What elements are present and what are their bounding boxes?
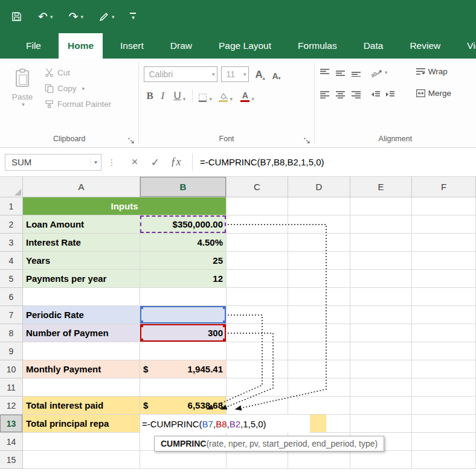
- cell-B2[interactable]: $350,000.00: [140, 215, 227, 234]
- cell-E12[interactable]: [350, 397, 412, 415]
- cell-B15[interactable]: [140, 451, 227, 469]
- column-header-C[interactable]: C: [227, 177, 288, 197]
- name-box-dropdown-icon[interactable]: ▾: [90, 159, 97, 165]
- row-header-5[interactable]: 5: [0, 270, 23, 288]
- enter-button[interactable]: ✓: [145, 156, 166, 169]
- column-header-A[interactable]: A: [23, 177, 140, 197]
- pen-dropdown-icon[interactable]: ▾: [112, 14, 115, 20]
- cell-A11[interactable]: [23, 378, 140, 397]
- cell-A15[interactable]: [23, 451, 140, 469]
- cell-C9[interactable]: [227, 342, 288, 360]
- underline-dropdown-icon[interactable]: ▾: [183, 96, 186, 102]
- cell-D10[interactable]: [288, 360, 350, 378]
- cell-B10[interactable]: $1,945.41: [140, 360, 227, 378]
- align-right-button[interactable]: [350, 88, 363, 101]
- cell-A3[interactable]: Interest Rate: [23, 234, 140, 252]
- cell-E3[interactable]: [350, 234, 412, 252]
- row-header-7[interactable]: 7: [0, 306, 23, 324]
- cell-A2[interactable]: Loan Amount: [23, 215, 140, 234]
- cell-F4[interactable]: [412, 252, 476, 270]
- borders-dropdown-icon[interactable]: ▾: [209, 96, 212, 102]
- cell-F12[interactable]: [412, 397, 476, 415]
- cell-B6[interactable]: [140, 288, 227, 306]
- column-header-D[interactable]: D: [288, 177, 350, 197]
- font-color-dropdown-icon[interactable]: ▾: [251, 96, 254, 102]
- column-header-E[interactable]: E: [350, 177, 412, 197]
- font-color-button[interactable]: A ▾: [240, 88, 254, 103]
- cell-E9[interactable]: [350, 342, 412, 360]
- cell-A13[interactable]: Total principal repa: [23, 415, 140, 433]
- decrease-indent-button[interactable]: [369, 88, 382, 101]
- cell-F13[interactable]: [412, 415, 476, 433]
- cell-A4[interactable]: Years: [23, 252, 140, 270]
- save-button[interactable]: [11, 11, 22, 22]
- cell-A9[interactable]: [23, 342, 140, 360]
- clipboard-dialog-launcher[interactable]: [127, 136, 135, 143]
- cell-E1[interactable]: [350, 197, 412, 215]
- row-header-14[interactable]: 14: [0, 433, 23, 451]
- cell-E4[interactable]: [350, 252, 412, 270]
- cell-F6[interactable]: [412, 288, 476, 306]
- cell-A8[interactable]: Number of Paymen: [23, 324, 140, 342]
- cell-F1[interactable]: [412, 197, 476, 215]
- cell-A1[interactable]: Inputs: [23, 197, 227, 215]
- cell-C11[interactable]: [227, 378, 288, 397]
- fill-color-button[interactable]: ▾: [219, 88, 233, 103]
- row-header-2[interactable]: 2: [0, 215, 23, 234]
- cell-C15[interactable]: [227, 451, 288, 469]
- underline-button[interactable]: U▾: [173, 88, 185, 103]
- cell-C1[interactable]: [227, 197, 288, 215]
- cell-A5[interactable]: Payments per year: [23, 270, 140, 288]
- cell-B3[interactable]: 4.50%: [140, 234, 227, 252]
- grow-font-button[interactable]: A▴: [255, 66, 265, 82]
- row-header-8[interactable]: 8: [0, 324, 23, 342]
- align-left-button[interactable]: [318, 88, 332, 101]
- cell-E13[interactable]: [350, 415, 412, 433]
- cell-F5[interactable]: [412, 270, 476, 288]
- cell-E5[interactable]: [350, 270, 412, 288]
- cell-D12[interactable]: [288, 397, 350, 415]
- cell-E6[interactable]: [350, 288, 412, 306]
- cell-F9[interactable]: [412, 342, 476, 360]
- cell-D7[interactable]: [288, 306, 350, 324]
- tab-file[interactable]: File: [17, 33, 50, 59]
- tab-page-layout[interactable]: Page Layout: [210, 33, 280, 59]
- cell-C2[interactable]: [227, 215, 288, 234]
- format-painter-button[interactable]: Format Painter: [45, 100, 111, 109]
- cell-C5[interactable]: [227, 270, 288, 288]
- row-header-3[interactable]: 3: [0, 234, 23, 252]
- redo-dropdown-icon[interactable]: ▾: [80, 14, 83, 20]
- cell-F3[interactable]: [412, 234, 476, 252]
- italic-button[interactable]: I: [161, 88, 164, 103]
- cell-C8[interactable]: [227, 324, 288, 342]
- cell-E10[interactable]: [350, 360, 412, 378]
- cell-B11[interactable]: [140, 378, 227, 397]
- cell-E11[interactable]: [350, 378, 412, 397]
- cell-E8[interactable]: [350, 324, 412, 342]
- cell-B8[interactable]: 300: [140, 324, 227, 342]
- undo-dropdown-icon[interactable]: ▾: [50, 14, 53, 20]
- increase-indent-button[interactable]: [384, 88, 397, 101]
- font-size-combo[interactable]: 11▾: [221, 66, 249, 82]
- row-header-6[interactable]: 6: [0, 288, 23, 306]
- row-header-11[interactable]: 11: [0, 378, 23, 397]
- customize-qat-button[interactable]: ▾: [130, 13, 136, 21]
- cell-A14[interactable]: [23, 433, 140, 451]
- row-header-4[interactable]: 4: [0, 252, 23, 270]
- cell-F2[interactable]: [412, 215, 476, 234]
- column-header-F[interactable]: F: [412, 177, 476, 197]
- align-bottom-button[interactable]: [350, 66, 363, 79]
- cell-B5[interactable]: 12: [140, 270, 227, 288]
- cell-C7[interactable]: [227, 306, 288, 324]
- cell-D1[interactable]: [288, 197, 350, 215]
- insert-function-button[interactable]: ƒx: [166, 156, 186, 168]
- fill-color-dropdown-icon[interactable]: ▾: [230, 96, 233, 102]
- copy-dropdown-icon[interactable]: ▾: [82, 86, 85, 92]
- cell-A7[interactable]: Periodic Rate: [23, 306, 140, 324]
- column-header-B[interactable]: B: [140, 177, 227, 197]
- undo-button[interactable]: ↶▾: [38, 11, 53, 22]
- cell-E15[interactable]: [350, 451, 412, 469]
- cell-B9[interactable]: [140, 342, 227, 360]
- tab-review[interactable]: Review: [400, 33, 449, 59]
- row-header-15[interactable]: 15: [0, 451, 23, 469]
